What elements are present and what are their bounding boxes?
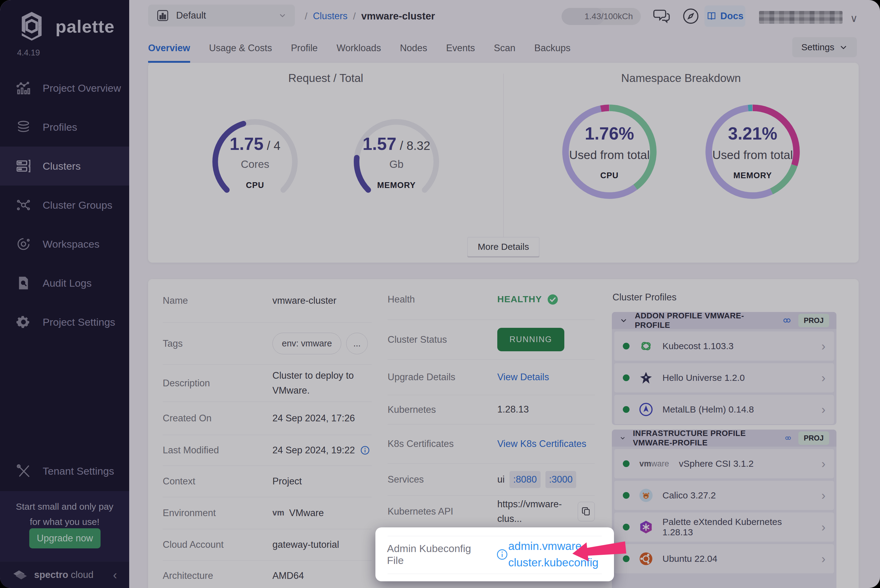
breadcrumb-clusters-link[interactable]: Clusters — [313, 10, 348, 22]
cluster-name-value: vmware-cluster — [273, 293, 372, 308]
tab-backups[interactable]: Backups — [534, 33, 570, 63]
profile-layer-kubecost[interactable]: Kubecost 1.103.3 › — [614, 332, 834, 361]
upgrade-now-button[interactable]: Upgrade now — [29, 528, 100, 548]
memory-request-value: 1.57 — [363, 134, 396, 153]
tab-profile[interactable]: Profile — [291, 33, 318, 63]
feedback-chat-icon[interactable] — [652, 7, 671, 26]
main-content: Default / Clusters / vmware-cluster 1.43… — [129, 0, 880, 588]
profile-layer-hello-universe[interactable]: Hello Universe 1.2.0 › — [614, 363, 834, 392]
tab-events[interactable]: Events — [446, 33, 475, 63]
view-k8s-certificates-link[interactable]: View K8s Certificates — [497, 436, 586, 451]
tab-usage-costs[interactable]: Usage & Costs — [209, 33, 272, 63]
palette-logo-icon — [16, 10, 48, 42]
view-details-link[interactable]: View Details — [497, 370, 549, 384]
cpu-unit: Cores — [241, 158, 269, 170]
detail-row-created: Created On 24 Sep 2024, 17:26 — [163, 402, 372, 435]
sidebar-item-clusters[interactable]: Clusters — [0, 147, 129, 186]
user-account-redacted[interactable] — [759, 11, 843, 24]
settings-button[interactable]: Settings — [792, 37, 857, 57]
profile-layer-calico[interactable]: Calico 3.27.2 › — [614, 481, 834, 510]
project-scope-badge: PROJ — [798, 314, 829, 327]
chevron-down-icon — [839, 43, 848, 51]
memory-used-caption: Used from total — [712, 148, 793, 162]
detail-row-name: Name vmware-cluster — [163, 279, 372, 322]
chevron-right-icon: › — [822, 489, 826, 502]
kubernetes-version-value: 1.28.13 — [497, 402, 595, 417]
docs-button[interactable]: Docs — [705, 6, 745, 27]
check-circle-icon — [547, 293, 559, 306]
top-bar: Default / Clusters / vmware-cluster 1.43… — [129, 0, 880, 32]
detail-row-status: Cluster Status RUNNING — [388, 320, 595, 360]
scope-chart-icon — [156, 9, 169, 22]
footer-brand: spectro cloud — [34, 569, 93, 580]
sidebar-footer: spectro cloud ‹ — [0, 561, 129, 588]
sidebar-item-project-settings[interactable]: Project Settings — [0, 303, 129, 342]
sidebar-item-workspaces[interactable]: Workspaces — [0, 225, 129, 264]
cpu-donut-label: CPU — [600, 171, 619, 180]
vmware-wordmark-icon: vmware — [639, 459, 669, 469]
profile-layer-ubuntu[interactable]: Ubuntu 22.04 › — [614, 544, 834, 573]
sidebar-item-audit-logs[interactable]: Audit Logs — [0, 264, 129, 303]
description-value: Cluster to deploy to VMware. — [273, 368, 372, 398]
info-icon[interactable] — [360, 445, 370, 456]
sidebar: palette 4.4.19 Project Overview Profiles — [0, 0, 129, 588]
sidebar-item-profiles[interactable]: Profiles — [0, 108, 129, 147]
cpu-request-value: 1.75 — [230, 134, 264, 153]
promo-text: Start small and only pay for what you us… — [0, 499, 129, 529]
more-details-button[interactable]: More Details — [468, 237, 539, 256]
detail-row-description: Description Cluster to deploy to VMware. — [163, 364, 372, 402]
service-port-link[interactable]: :3000 — [546, 471, 577, 488]
cloud-account-value: gateway-tutorial — [273, 537, 372, 552]
namespace-breakdown-section: Namespace Breakdown 1.76% Used from tota… — [504, 63, 859, 262]
context-value: Project — [273, 474, 372, 489]
tag-pill[interactable]: env: vmware — [273, 333, 341, 354]
workspaces-icon — [16, 236, 31, 252]
tab-overview[interactable]: Overview — [148, 33, 190, 63]
tab-nodes[interactable]: Nodes — [400, 33, 427, 63]
detail-row-context: Context Project — [163, 466, 372, 497]
sidebar-item-label: Audit Logs — [43, 277, 92, 289]
docs-label: Docs — [720, 10, 744, 22]
architecture-value: AMD64 — [273, 568, 372, 583]
addon-profile-header[interactable]: ADDON PROFILE VMWARE-PROFILE PROJ — [612, 312, 837, 329]
profile-layer-metallb[interactable]: MetalLB (Helm) 0.14.8 › — [614, 395, 834, 424]
app-version: 4.4.19 — [17, 48, 40, 58]
sidebar-item-project-overview[interactable]: Project Overview — [0, 69, 129, 108]
service-port-link[interactable]: :8080 — [510, 471, 541, 488]
memory-gauge-label: MEMORY — [377, 181, 416, 190]
explore-compass-icon[interactable] — [681, 7, 700, 26]
breadcrumb-separator: / — [353, 10, 356, 22]
usage-overview-card: Request / Total 1.75 / 4 Cores CPU — [148, 63, 859, 262]
last-modified-value: 24 Sep 2024, 19:22 — [273, 443, 355, 458]
addon-profile-group: ADDON PROFILE VMWARE-PROFILE PROJ Kubeco… — [612, 312, 837, 425]
profile-layer-palette-extended-kubernetes[interactable]: Palette eXtended Kubernetes 1.28.13 › — [614, 513, 834, 542]
detail-row-services: Services ui :8080 :3000 — [388, 464, 595, 496]
book-icon — [706, 11, 717, 21]
sidebar-item-cluster-groups[interactable]: Cluster Groups — [0, 186, 129, 225]
sidebar-tenant-settings: Tenant Settings — [0, 452, 129, 490]
cluster-status-badge: RUNNING — [497, 328, 564, 352]
cluster-tabs: Overview Usage & Costs Profile Workloads… — [148, 33, 570, 63]
user-menu-chevron-icon[interactable]: ∨ — [850, 12, 858, 24]
usage-credits-value: 1.43/100kCh — [585, 12, 633, 21]
sidebar-item-label: Project Overview — [43, 82, 121, 94]
breadcrumb-separator: / — [305, 10, 307, 22]
profile-layer-vsphere-csi[interactable]: vmware vSphere CSI 3.1.2 › — [614, 449, 834, 478]
project-scope-selector[interactable]: Default — [148, 4, 295, 27]
project-scope-badge: PROJ — [798, 431, 829, 445]
collapse-sidebar-icon[interactable]: ‹ — [113, 569, 117, 581]
chevron-right-icon: › — [822, 457, 826, 471]
copy-button[interactable] — [578, 502, 595, 521]
info-icon[interactable] — [496, 548, 508, 561]
sidebar-item-label: Tenant Settings — [43, 465, 114, 477]
tab-workloads[interactable]: Workloads — [337, 33, 381, 63]
detail-row-cloud-account: Cloud Account gateway-tutorial — [163, 529, 372, 561]
detail-row-environment: Environment vm VMware — [163, 497, 372, 529]
detail-row-certs: K8s Certificates View K8s Certificates — [388, 424, 595, 464]
infrastructure-profile-header[interactable]: INFRASTRUCTURE PROFILE VMWARE-PROFILE PR… — [612, 430, 837, 447]
detail-row-upgrade: Upgrade Details View Details — [388, 360, 595, 395]
tab-scan[interactable]: Scan — [494, 33, 516, 63]
tags-more-pill[interactable]: ... — [346, 333, 367, 354]
detail-row-kubernetes: Kubernetes 1.28.13 — [388, 395, 595, 424]
sidebar-item-tenant-settings[interactable]: Tenant Settings — [0, 452, 129, 490]
